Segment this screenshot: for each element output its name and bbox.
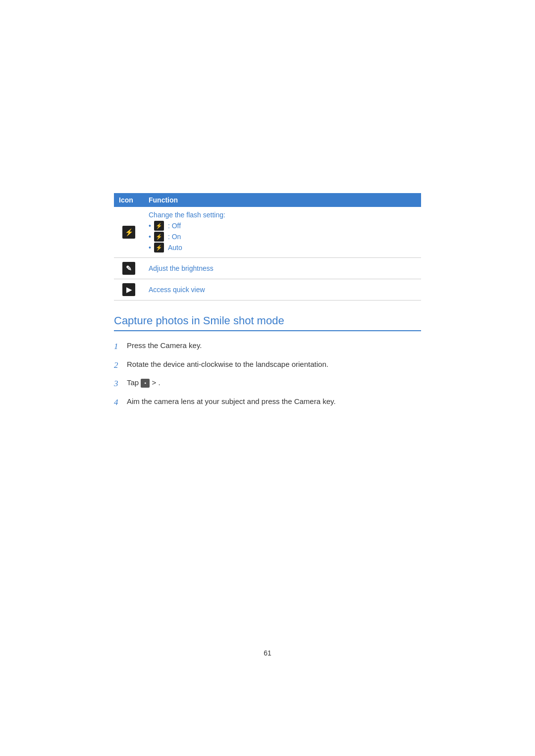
steps-list: 1 Press the Camera key. 2 Rotate the dev… [114, 340, 421, 408]
table-row-flash: ⚡ Change the flash setting: ⚡ : Off ⚡ : … [114, 207, 421, 258]
step-text-3: Tap ▪ > . [127, 377, 160, 389]
step-text-4: Aim the camera lens at your subject and … [127, 396, 336, 407]
flash-icon-cell: ⚡ [114, 207, 144, 258]
quickview-function-cell: Access quick view [144, 279, 421, 301]
flash-off-item: ⚡ : Off [149, 221, 416, 231]
step-3-after: > . [152, 378, 160, 387]
flash-function-cell: Change the flash setting: ⚡ : Off ⚡ : On… [144, 207, 421, 258]
flash-on-item: ⚡ : On [149, 232, 416, 242]
flash-options-list: ⚡ : Off ⚡ : On ⚡ Auto [149, 221, 416, 252]
step-3: 3 Tap ▪ > . [114, 377, 421, 390]
step-4: 4 Aim the camera lens at your subject an… [114, 396, 421, 409]
step-number-2: 2 [114, 359, 123, 372]
brightness-icon: ✎ [122, 262, 135, 275]
table-row-brightness: ✎ Adjust the brightness [114, 258, 421, 279]
flash-function-title: Change the flash setting: [149, 211, 416, 219]
brightness-function-cell: Adjust the brightness [144, 258, 421, 279]
flash-auto-item: ⚡ Auto [149, 243, 416, 252]
table-header-function: Function [144, 193, 421, 207]
quickview-icon-cell: ▶ [114, 279, 144, 301]
step-1: 1 Press the Camera key. [114, 340, 421, 353]
flash-on-icon: ⚡ [154, 232, 164, 242]
step-number-3: 3 [114, 377, 123, 390]
flash-on-label: : On [168, 233, 181, 241]
page-content: Icon Function ⚡ Change the flash setting… [114, 193, 421, 414]
flash-auto-icon: ⚡ [154, 243, 164, 252]
step-text-1: Press the Camera key. [127, 340, 202, 352]
flash-off-icon: ⚡ [154, 221, 164, 231]
brightness-function-title: Adjust the brightness [149, 264, 214, 272]
icon-function-table: Icon Function ⚡ Change the flash setting… [114, 193, 421, 301]
table-header-icon: Icon [114, 193, 144, 207]
flash-auto-label: Auto [168, 244, 182, 252]
step-number-1: 1 [114, 340, 123, 353]
step-number-4: 4 [114, 396, 123, 409]
flash-setting-icon: ⚡ [122, 226, 135, 239]
tap-icon: ▪ [141, 379, 150, 388]
step-2: 2 Rotate the device anti-clockwise to th… [114, 359, 421, 372]
quickview-function-title: Access quick view [149, 286, 205, 294]
brightness-icon-cell: ✎ [114, 258, 144, 279]
page-number: 61 [264, 649, 271, 657]
flash-off-label: : Off [168, 222, 181, 230]
section-title: Capture photos in Smile shot mode [114, 314, 421, 331]
table-row-quickview: ▶ Access quick view [114, 279, 421, 301]
quickview-icon: ▶ [122, 283, 135, 296]
step-text-2: Rotate the device anti-clockwise to the … [127, 359, 328, 370]
